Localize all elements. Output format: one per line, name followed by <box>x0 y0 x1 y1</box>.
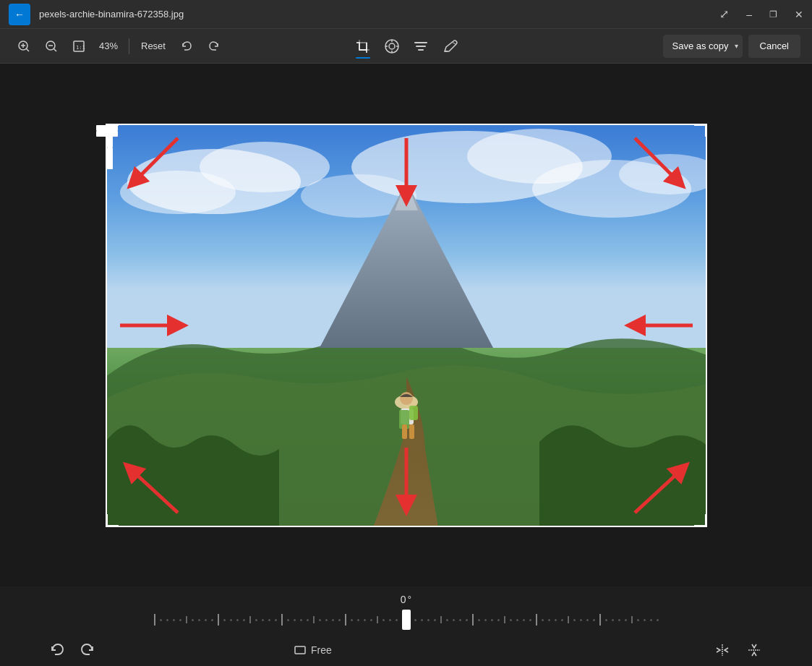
window-title: pexels-archie-binamira-672358.jpg <box>39 9 711 20</box>
undo-button[interactable] <box>174 34 199 59</box>
rotation-unit: ° <box>408 594 412 605</box>
rotate-left-button[interactable] <box>43 637 72 663</box>
svg-point-38 <box>400 392 413 405</box>
window-controls: ⤢ – ❐ ✕ <box>719 7 803 21</box>
image-container[interactable] <box>106 124 707 527</box>
svg-line-1 <box>27 48 30 51</box>
filter-tool-button[interactable] <box>407 33 435 60</box>
toolbar-wrapper: 1:1 43% Reset <box>0 29 812 64</box>
back-icon: ← <box>14 9 25 20</box>
svg-rect-36 <box>402 424 407 439</box>
flip-horizontal-button[interactable] <box>708 637 737 663</box>
minimize-button[interactable]: – <box>746 9 752 20</box>
expand-icon[interactable]: ⤢ <box>719 7 729 21</box>
free-label: Free <box>311 644 332 656</box>
svg-rect-37 <box>409 424 414 439</box>
svg-line-5 <box>54 48 57 51</box>
save-as-copy-label: Save as copy <box>672 40 728 51</box>
photo-svg <box>106 124 707 527</box>
zoom-in-button[interactable] <box>12 34 36 59</box>
zoom-fit-button[interactable]: 1:1 <box>67 34 91 59</box>
right-bottom-actions <box>708 637 769 663</box>
toolbar-divider <box>129 38 129 54</box>
svg-line-18 <box>452 42 456 44</box>
back-button[interactable]: ← <box>9 4 30 25</box>
svg-point-10 <box>389 43 395 49</box>
cancel-button[interactable]: Cancel <box>748 35 800 58</box>
close-button[interactable]: ✕ <box>795 9 803 20</box>
center-tools <box>349 33 463 60</box>
svg-point-23 <box>120 171 236 214</box>
action-buttons: Save as copy ▾ Cancel <box>663 35 800 58</box>
svg-rect-15 <box>414 42 427 43</box>
svg-text:1:1: 1:1 <box>76 45 85 51</box>
rotate-right-button[interactable] <box>72 637 101 663</box>
title-bar: ← pexels-archie-binamira-672358.jpg ⤢ – … <box>0 0 812 29</box>
free-aspect-button[interactable]: Free <box>285 639 341 661</box>
zoom-out-button[interactable] <box>39 34 64 59</box>
adjust-tool-button[interactable] <box>378 33 406 60</box>
toolbar: 1:1 43% Reset <box>0 29 812 64</box>
bottom-actions: Free <box>0 637 812 663</box>
ruler-center-marker <box>402 610 411 630</box>
reset-button[interactable]: Reset <box>135 38 171 54</box>
restore-button[interactable]: ❐ <box>769 9 777 20</box>
svg-rect-17 <box>418 49 424 51</box>
canvas-area <box>0 64 812 586</box>
photo <box>106 124 707 527</box>
save-dropdown-icon: ▾ <box>735 42 738 50</box>
crop-tool-button[interactable] <box>349 33 377 60</box>
svg-rect-55 <box>295 646 305 654</box>
markup-tool-button[interactable] <box>436 33 463 60</box>
rotation-ruler[interactable]: // Generate ruler ticks const track = do… <box>139 610 674 630</box>
save-as-copy-button[interactable]: Save as copy ▾ <box>663 35 742 58</box>
bottom-controls: 0 ° // Generate ruler ticks const track … <box>0 586 812 666</box>
zoom-value: 43% <box>94 40 123 51</box>
free-icon <box>294 644 307 657</box>
redo-button[interactable] <box>202 34 226 59</box>
rotation-value: 0 <box>401 594 406 605</box>
svg-rect-16 <box>416 46 426 47</box>
flip-vertical-button[interactable] <box>740 637 769 663</box>
rotation-display: 0 ° <box>401 594 411 605</box>
svg-rect-35 <box>409 406 418 420</box>
